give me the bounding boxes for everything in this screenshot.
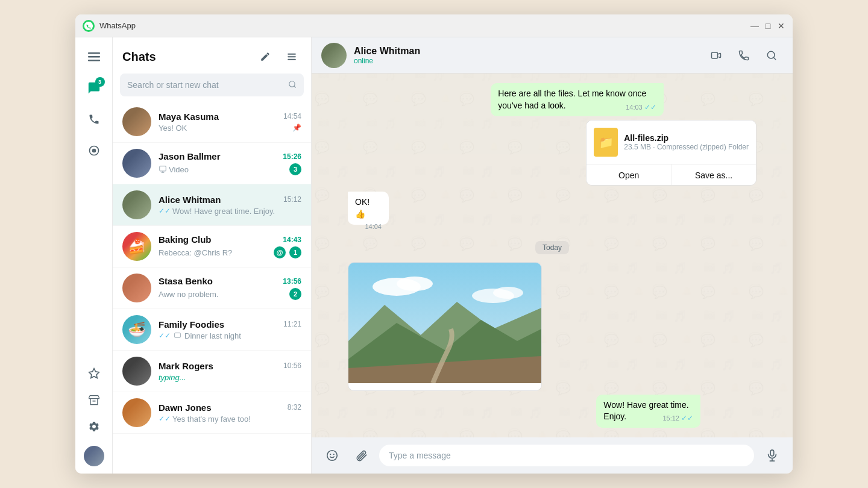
message-outgoing-enjoy: Wow! Have great time. Enjoy. 15:12 ✓✓ <box>596 395 756 428</box>
message-outgoing-file: 📁 All-files.zip 23.5 MB · Compressed (zi… <box>586 120 756 186</box>
nav-starred-icon[interactable] <box>82 361 106 386</box>
chat-name-baking: Baking Club <box>159 234 212 245</box>
sidebar-title: Chats <box>122 50 156 64</box>
chat-header-actions <box>705 44 783 67</box>
voice-call-button[interactable] <box>732 44 755 67</box>
app-logo <box>83 20 95 32</box>
sidebar-menu-button[interactable] <box>282 47 301 66</box>
sidebar-actions <box>256 47 301 66</box>
my-avatar[interactable] <box>84 446 104 466</box>
chat-list: Maya Kasuma 14:54 Yes! OK 📌 Ja <box>113 101 311 474</box>
file-save-button[interactable]: Save as... <box>671 164 756 186</box>
nav-settings-icon[interactable] <box>82 414 106 439</box>
unread-badge-jason: 3 <box>289 163 301 175</box>
chat-info-mark: Mark Rogers 10:56 typing... <box>159 361 301 382</box>
chat-contact-status: online <box>354 57 705 65</box>
avatar-baking: 🍰 <box>122 232 151 261</box>
sidebar-header: Chats <box>113 37 311 71</box>
message-incoming-ok: OK! 👍 14:04 <box>348 192 411 232</box>
search-input[interactable] <box>127 80 288 90</box>
chat-time-alice: 15:12 <box>283 195 301 204</box>
svg-rect-29 <box>770 450 774 456</box>
avatar-dawn <box>122 398 151 427</box>
chat-time-jason: 15:26 <box>283 152 301 161</box>
chat-item-family[interactable]: 🍜 Family Foodies 11:21 ✓✓ Dinner last ni… <box>113 309 311 351</box>
minimize-button[interactable]: — <box>750 22 759 30</box>
date-divider: Today <box>348 242 756 252</box>
message-text-m3: OK! 👍 <box>355 197 370 219</box>
message-text-m1: Here are all the files. Let me know once… <box>498 89 646 110</box>
chat-preview-mark: typing... <box>159 373 301 382</box>
chat-item-baking[interactable]: 🍰 Baking Club 14:43 Rebecca: @Chris R? @… <box>113 226 311 267</box>
chat-info-family: Family Foodies 11:21 ✓✓ Dinner last nigh… <box>159 319 301 340</box>
svg-point-28 <box>333 454 335 455</box>
chat-contact-name: Alice Whitman <box>354 46 705 57</box>
chat-preview-maya: Yes! OK <box>159 124 290 133</box>
mention-badge-baking: @ <box>274 246 286 258</box>
avatar-stasa <box>122 274 151 302</box>
message-input[interactable] <box>379 445 754 466</box>
chat-preview-alice: ✓✓ Wow! Have great time. Enjoy. <box>159 207 301 216</box>
chat-time-maya: 14:54 <box>283 112 301 120</box>
video-call-button[interactable] <box>705 44 728 67</box>
chat-name-jason: Jason Ballmer <box>159 151 221 161</box>
chat-name-family: Family Foodies <box>159 319 224 330</box>
chat-name-maya: Maya Kasuma <box>159 111 219 122</box>
file-type-icon: 📁 <box>594 128 618 157</box>
svg-point-27 <box>330 454 331 455</box>
chat-time-family: 11:21 <box>283 320 301 328</box>
message-bubble-m1: Here are all the files. Let me know once… <box>491 83 663 116</box>
chat-item-jason[interactable]: Jason Ballmer 15:26 Video 3 <box>113 143 311 184</box>
maximize-button[interactable]: □ <box>764 22 772 30</box>
chat-area: 💬 🎵 🔔 📷 Alice Whitman online <box>312 37 793 474</box>
close-button[interactable]: ✕ <box>777 22 785 30</box>
svg-rect-2 <box>88 56 100 58</box>
chat-header-avatar[interactable] <box>321 43 347 68</box>
file-name: All-files.zip <box>624 133 749 143</box>
chat-item-alice[interactable]: Alice Whitman 15:12 ✓✓ Wow! Have great t… <box>113 184 311 226</box>
chat-info-baking: Baking Club 14:43 Rebecca: @Chris R? @ 1 <box>159 234 301 258</box>
svg-point-20 <box>397 277 433 291</box>
ticks-m1: ✓✓ <box>644 103 656 111</box>
nav-archived-icon[interactable] <box>82 388 106 412</box>
file-size: 23.5 MB · Compressed (zipped) Folder <box>624 143 749 151</box>
message-incoming-image: So beautiful here! 15:06 ❤️ <box>348 262 542 391</box>
pin-icon-maya: 📌 <box>292 124 301 132</box>
sidebar: Chats <box>113 37 312 474</box>
svg-rect-7 <box>288 56 296 57</box>
nav-chats-icon[interactable]: 3 <box>82 76 106 100</box>
message-time-m3: 14:04 <box>365 222 382 231</box>
chat-time-baking: 14:43 <box>283 236 301 244</box>
file-open-button[interactable]: Open <box>587 164 671 186</box>
chat-item-dawn[interactable]: Dawn Jones 8:32 ✓✓ Yes that's my fave to… <box>113 392 311 434</box>
search-icon <box>288 80 297 90</box>
new-chat-button[interactable] <box>256 47 275 66</box>
nav-calls-icon[interactable] <box>82 107 106 131</box>
chat-item-stasa[interactable]: Stasa Benko 13:56 Aww no problem. 2 <box>113 267 311 309</box>
emoji-button[interactable] <box>321 445 343 466</box>
avatar-alice <box>122 190 151 219</box>
svg-rect-1 <box>88 52 100 54</box>
chat-name-stasa: Stasa Benko <box>159 276 213 286</box>
microphone-button[interactable] <box>761 445 783 466</box>
chat-info-maya: Maya Kasuma 14:54 Yes! OK 📌 <box>159 111 301 133</box>
message-time-m5: 15:12 ✓✓ <box>662 413 693 424</box>
chat-item-mark[interactable]: Mark Rogers 10:56 typing... <box>113 351 311 392</box>
messages-container: Here are all the files. Let me know once… <box>312 74 793 437</box>
file-info: All-files.zip 23.5 MB · Compressed (zipp… <box>624 133 749 151</box>
chat-preview-dawn: ✓✓ Yes that's my fave too! <box>159 414 301 424</box>
nav-menu-icon[interactable] <box>82 45 106 69</box>
avatar-jason <box>122 149 151 178</box>
svg-point-22 <box>493 287 523 299</box>
chat-time-stasa: 13:56 <box>283 277 301 286</box>
search-chat-button[interactable] <box>760 44 783 67</box>
chat-item-maya[interactable]: Maya Kasuma 14:54 Yes! OK 📌 <box>113 101 311 143</box>
chat-header: Alice Whitman online <box>312 37 793 74</box>
app-window: WhatsApp — □ ✕ 3 <box>75 14 793 474</box>
chat-time-mark: 10:56 <box>283 361 301 370</box>
attachment-button[interactable] <box>350 445 372 466</box>
window-controls: — □ ✕ <box>750 22 785 30</box>
nav-status-icon[interactable] <box>82 139 106 163</box>
image-caption: So beautiful here! <box>354 389 421 391</box>
chat-preview-jason: Video <box>159 165 286 174</box>
